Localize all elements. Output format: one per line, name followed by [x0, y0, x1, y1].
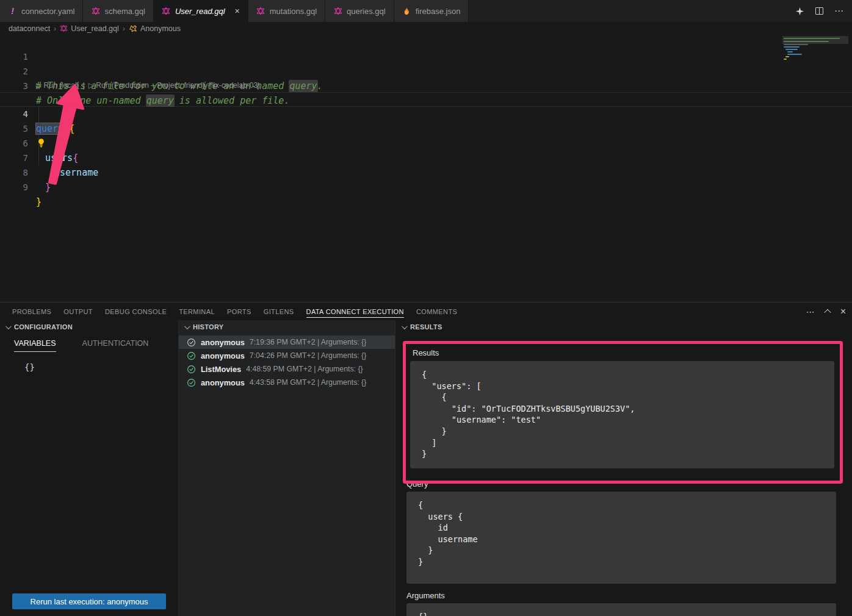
chevron-down-icon	[184, 323, 190, 329]
history-section: HISTORY anonymous 7:19:36 PM GMT+2 | Arg…	[178, 320, 395, 616]
tab-authentication[interactable]: AUTHENTICATION	[82, 339, 149, 352]
tab-user-read-gql[interactable]: User_read.gql ×	[154, 0, 248, 22]
results-section: RESULTS Results { "users": [ { "id": "Or…	[396, 320, 852, 616]
breadcrumb: dataconnect › User_read.gql › Anonymous	[0, 22, 852, 35]
panel-tab-comments[interactable]: COMMENTS	[410, 303, 463, 320]
close-icon[interactable]: ×	[235, 7, 240, 15]
query-box: { users { id username } }	[406, 492, 836, 584]
configuration-section: CONFIGURATION VARIABLES AUTHENTICATION {…	[0, 320, 178, 616]
check-circle-icon	[187, 378, 196, 387]
close-brace: }	[45, 182, 51, 193]
tab-mutations-gql[interactable]: mutations.gql	[248, 0, 325, 22]
code-line-6: 6 id	[0, 121, 852, 136]
rerun-button[interactable]: Rerun last execution: anonymous	[12, 593, 166, 609]
history-item[interactable]: anonymous 7:19:36 PM GMT+2 | Arguments: …	[179, 335, 395, 349]
arguments-text: {}	[406, 603, 836, 616]
panel-tab-gitlens[interactable]: GITLENS	[258, 303, 300, 320]
chevron-down-icon	[5, 323, 12, 329]
arguments-box: {}	[406, 603, 836, 616]
run-local-link[interactable]: ▷ Run (local)	[36, 81, 79, 90]
results-json: { "users": [ { "id": "OrTucFODZHTksvBSBU…	[410, 361, 834, 460]
panel-tab-bar: PROBLEMS OUTPUT DEBUG CONSOLE TERMINAL P…	[0, 303, 797, 320]
minimap-slider[interactable]	[782, 36, 848, 44]
tab-firebase-json[interactable]: firebase.json	[394, 0, 469, 22]
tab-label: queries.gql	[347, 7, 386, 16]
bottom-panel: PROBLEMS OUTPUT DEBUG CONSOLE TERMINAL P…	[0, 302, 852, 616]
panel-controls: ⋯ ×	[806, 303, 846, 320]
firebase-flame-icon	[402, 7, 411, 16]
lightbulb-icon[interactable]	[37, 109, 46, 118]
panel-tab-output[interactable]: OUTPUT	[57, 303, 99, 320]
line-number: 9	[0, 180, 28, 195]
check-circle-icon	[187, 365, 196, 374]
history-title: HISTORY	[193, 323, 223, 331]
results-label: Results	[406, 344, 840, 357]
panel-tab-debug-console[interactable]: DEBUG CONSOLE	[99, 303, 173, 320]
graphql-icon	[333, 7, 342, 16]
tab-label: mutations.gql	[270, 7, 317, 16]
graphql-icon	[91, 7, 100, 16]
code-line-8: 8 }	[0, 151, 852, 165]
code-line-2: 2 # This is a file for you to write an u…	[0, 49, 852, 64]
line-number: 3	[0, 79, 28, 93]
close-brace: }	[36, 196, 42, 207]
code-line-9: 9 }	[0, 165, 852, 180]
run-icon: ▷	[88, 81, 94, 90]
panel-tab-ports[interactable]: PORTS	[221, 303, 258, 320]
chevron-down-icon	[402, 323, 408, 329]
variables-editor[interactable]: {}	[24, 362, 178, 372]
panel-more-icon[interactable]: ⋯	[806, 307, 815, 317]
tab-variables[interactable]: VARIABLES	[14, 339, 56, 352]
code-line-3: 3 # Only one un-named query is allowed p…	[0, 64, 852, 79]
check-circle-icon	[187, 338, 196, 347]
chevron-right-icon: ›	[54, 24, 56, 33]
history-item[interactable]: anonymous 4:43:58 PM GMT+2 | Arguments: …	[179, 376, 395, 389]
codelens-row: ▷ Run (local)|▷ Run (Production – Projec…	[36, 79, 260, 92]
tab-connector-yaml[interactable]: ! connector.yaml	[0, 0, 83, 22]
editor-tab-bar: ! connector.yaml schema.gql User_read.gq…	[0, 0, 852, 22]
configuration-title: CONFIGURATION	[14, 323, 73, 331]
history-header[interactable]: HISTORY	[179, 320, 395, 334]
highlighted-word: query	[289, 81, 317, 91]
tab-schema-gql[interactable]: schema.gql	[83, 0, 153, 22]
minimap[interactable]	[782, 36, 848, 73]
tab-label: schema.gql	[104, 7, 145, 16]
sparkle-icon[interactable]	[795, 7, 804, 16]
breadcrumb-item-symbol[interactable]: Anonymous	[140, 24, 181, 33]
check-circle-icon	[187, 351, 196, 360]
tab-label: User_read.gql	[175, 7, 225, 16]
panel-tab-problems[interactable]: PROBLEMS	[6, 303, 57, 320]
graphql-icon	[60, 24, 68, 32]
results-json-box: { "users": [ { "id": "OrTucFODZHTksvBSBU…	[410, 361, 834, 468]
history-item[interactable]: ListMovies 4:48:59 PM GMT+2 | Arguments:…	[179, 362, 395, 376]
breadcrumb-item-folder[interactable]: dataconnect	[9, 24, 50, 33]
chevron-right-icon: ›	[123, 24, 125, 33]
more-actions-icon[interactable]: ⋯	[834, 5, 843, 16]
code-line-5: 5 users{	[0, 107, 852, 121]
code-line-4: 4 query {	[0, 92, 852, 107]
code-line-1: 1	[0, 35, 852, 49]
split-editor-icon[interactable]	[815, 7, 823, 15]
run-icon: ▷	[36, 81, 42, 90]
tab-label: connector.yaml	[21, 7, 74, 16]
graphql-icon	[162, 7, 171, 16]
tab-queries-gql[interactable]: queries.gql	[325, 0, 394, 22]
code-line-7: 7 username	[0, 136, 852, 151]
annotation-highlight-box: Results { "users": [ { "id": "OrTucFODZH…	[403, 341, 843, 484]
code-editor[interactable]: 1 2 # This is a file for you to write an…	[0, 35, 852, 302]
breadcrumb-item-file[interactable]: User_read.gql	[71, 24, 119, 33]
graphql-icon	[256, 7, 265, 16]
results-header[interactable]: RESULTS	[396, 320, 852, 334]
run-production-link[interactable]: ▷ Run (Production – Project: friendly-fl…	[88, 81, 260, 90]
arguments-label: Arguments	[406, 591, 445, 600]
editor-actions: ⋯	[795, 0, 852, 22]
panel-tab-terminal[interactable]: TERMINAL	[173, 303, 221, 320]
symbol-operation-icon	[129, 24, 137, 32]
query-text: { users { id username } }	[406, 492, 836, 568]
close-panel-icon[interactable]: ×	[840, 306, 846, 317]
maximize-panel-icon[interactable]	[825, 309, 830, 314]
comment-text: .	[317, 81, 323, 91]
configuration-header[interactable]: CONFIGURATION	[0, 320, 178, 334]
panel-tab-data-connect-execution[interactable]: DATA CONNECT EXECUTION	[300, 303, 410, 320]
history-item[interactable]: anonymous 7:04:26 PM GMT+2 | Arguments: …	[179, 349, 395, 362]
